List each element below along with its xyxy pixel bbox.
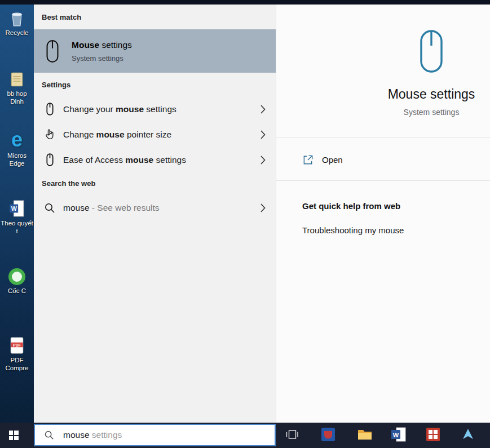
divider [276,180,490,181]
recycle-bin-icon [0,7,34,27]
result-label: Change mouse pointer size [63,130,171,140]
top-edge [0,0,490,5]
desktop-icon-document[interactable]: bb hop Dinh [0,68,34,106]
desktop-icon-coccoc[interactable]: Cốc C [0,265,34,295]
desktop-background: Recycle bb hop Dinh e Micros Edge [0,5,34,423]
preview-subtitle: System settings [404,108,460,117]
app-1-icon [321,427,336,444]
result-change-your-mouse-settings[interactable]: Change your mouse settings [34,96,276,122]
taskbar-search-input[interactable]: mouse settings [34,424,276,446]
divider [276,137,490,137]
desktop-icon-recycle-bin[interactable]: Recycle [0,7,34,37]
app-4-icon [426,427,440,444]
desktop-icon-label: Micros Edge [0,152,34,168]
word-icon: W [391,427,407,444]
best-match-title: Mouse settings [72,40,132,50]
desktop-icon-pdf[interactable]: PDF PDF Compre [0,334,34,372]
svg-text:W: W [11,205,17,212]
open-external-icon [302,154,314,166]
result-label: mouse - See web results [63,203,160,213]
desktop-icon-label: PDF Compre [0,356,34,372]
windows-start-icon [9,431,19,440]
magnifier-icon [43,202,56,214]
mouse-icon [419,28,444,74]
task-view-icon [285,427,299,444]
file-explorer-button[interactable] [352,423,377,448]
desktop-icon-word-doc[interactable]: W Theo quyết t [0,197,34,236]
settings-section-header: Settings [34,79,276,91]
coccoc-icon [0,265,34,285]
troubleshooting-link[interactable]: Troubleshooting my mouse [302,225,404,235]
chevron-right-icon [261,130,266,139]
task-view-button[interactable] [280,423,304,448]
best-match-result-mouse-settings[interactable]: Mouse settings System settings [34,29,276,73]
chevron-right-icon [261,156,266,165]
desktop-icon-edge[interactable]: e Micros Edge [0,130,34,168]
taskbar: mouse settings [0,423,490,448]
chevron-right-icon [261,105,266,114]
best-match-subtitle: System settings [72,54,132,63]
taskbar-search-text: mouse settings [63,430,122,440]
svg-text:PDF: PDF [13,343,21,347]
chevron-right-icon [261,203,266,212]
document-icon [0,68,34,88]
search-the-web-header: Search the web [34,178,276,190]
taskbar-app-5-button[interactable] [456,423,480,448]
result-web-search-mouse[interactable]: mouse - See web results [34,195,276,220]
result-ease-of-access-mouse-settings[interactable]: Ease of Access mouse settings [34,147,276,172]
mouse-icon [45,39,60,63]
desktop-icon-label: Recycle [0,29,34,37]
taskbar-app-4-button[interactable] [421,423,445,448]
result-label: Change your mouse settings [63,104,176,114]
preview-title: Mouse settings [388,87,475,102]
desktop-icon-label: bb hop Dinh [0,90,34,106]
preview-panel: Mouse settings System settings Open Get … [276,5,490,423]
app-5-icon [461,427,475,444]
pdf-icon: PDF [0,334,34,354]
search-results-panel: Best match Mouse settings System setting… [34,5,276,423]
screen: Recycle bb hop Dinh e Micros Edge [0,0,490,448]
svg-text:W: W [393,431,399,438]
file-explorer-icon [357,428,373,443]
start-button[interactable] [0,423,27,448]
result-change-mouse-pointer-size[interactable]: Change mouse pointer size [34,122,276,147]
mouse-icon [43,103,56,116]
desktop-icon-label: Theo quyết t [0,219,34,236]
mouse-icon [43,153,56,166]
word-document-icon: W [0,197,34,218]
desktop-icon-label: Cốc C [0,287,34,295]
edge-icon: e [0,130,34,150]
word-button[interactable]: W [386,423,411,448]
result-label: Ease of Access mouse settings [63,155,186,165]
quick-help-header: Get quick help from web [302,201,400,211]
open-button[interactable]: Open [302,152,343,167]
hand-pointer-icon [43,128,56,140]
open-button-label: Open [322,155,343,165]
best-match-header: Best match [34,11,276,24]
taskbar-app-1-button[interactable] [316,423,341,448]
magnifier-icon [44,430,54,440]
